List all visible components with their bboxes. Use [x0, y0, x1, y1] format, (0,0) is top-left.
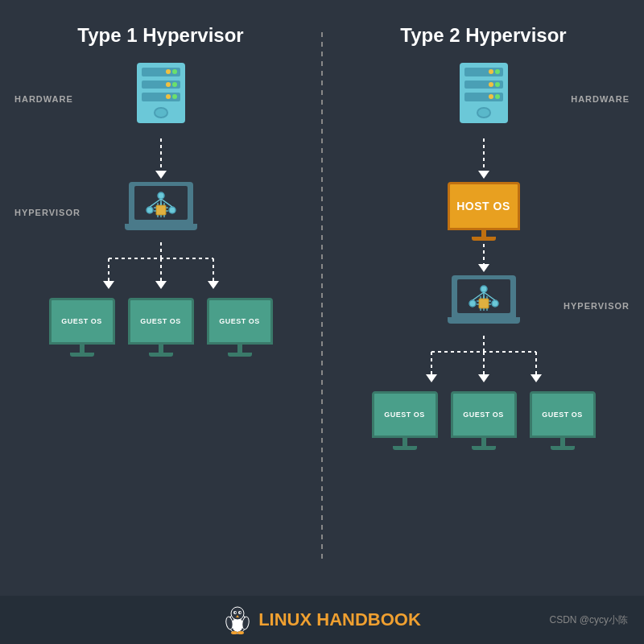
col2-guest-os-3: GUEST OS: [526, 391, 599, 456]
col2-branch-arrows: [395, 336, 572, 388]
col2-hypervisor-icon: [448, 275, 520, 336]
col1-arrow1: [155, 138, 167, 179]
col2-server-icon: [456, 63, 512, 135]
svg-marker-25: [208, 281, 219, 289]
svg-point-27: [469, 300, 476, 307]
col2-guest-os-row: GUEST OS GUEST OS GUEST OS: [369, 391, 599, 456]
footer: LINUX HANDBOOK CSDN @cycy小陈: [0, 596, 644, 644]
svg-point-2: [169, 207, 175, 213]
columns-row: Type 1 Hypervisor HARDWARE: [0, 0, 644, 596]
svg-marker-23: [103, 281, 114, 289]
svg-point-56: [235, 612, 237, 613]
footer-brand-handbook: HANDBOOK: [316, 609, 421, 630]
col1-guest-os-3: GUEST OS: [204, 298, 276, 362]
svg-point-57: [240, 612, 242, 613]
col2-arrow1: [478, 138, 489, 179]
main-container: Type 1 Hypervisor HARDWARE: [0, 0, 644, 644]
footer-logo: LINUX HANDBOOK: [223, 605, 421, 634]
col1-hypervisor-icon: [125, 182, 197, 242]
svg-rect-32: [479, 299, 489, 308]
col2-host-os: HOST OS: [448, 182, 520, 241]
svg-point-53: [231, 607, 244, 620]
col1-hypervisor-row: HYPERVISOR: [8, 182, 313, 242]
col2-host-os-label: HOST OS: [456, 200, 510, 213]
svg-point-0: [158, 192, 164, 199]
svg-point-59: [231, 631, 237, 634]
col2-guest-os-2: GUEST OS: [448, 391, 520, 456]
col1-branch-arrows: [72, 242, 250, 295]
col1-guest-os-3-label: GUEST OS: [219, 317, 260, 325]
svg-marker-48: [426, 374, 437, 382]
svg-marker-50: [530, 374, 542, 382]
col2-hypervisor-row: HYPERVISOR: [331, 275, 636, 336]
col2-arrow2: [478, 244, 489, 272]
svg-point-60: [237, 631, 244, 634]
col2-guest-os-1: GUEST OS: [369, 391, 441, 456]
col1-title: Type 1 Hypervisor: [77, 24, 243, 47]
col2-guest-os-3-label: GUEST OS: [542, 411, 583, 419]
col1-guest-os-1: GUEST OS: [46, 298, 118, 362]
col1-hardware-row: HARDWARE: [8, 63, 313, 135]
col1-guest-os-2-label: GUEST OS: [140, 317, 181, 325]
svg-rect-7: [156, 205, 166, 215]
svg-marker-49: [478, 374, 489, 382]
column-type2: Type 2 Hypervisor HARDWARE: [323, 0, 644, 596]
col1-hardware-label: HARDWARE: [14, 94, 73, 104]
col2-guest-os-2-label: GUEST OS: [463, 411, 504, 419]
col1-guest-os-1-label: GUEST OS: [61, 317, 102, 325]
col2-guest-os-1-label: GUEST OS: [384, 411, 425, 419]
col2-hardware-row: HARDWARE: [331, 63, 636, 135]
svg-marker-24: [155, 281, 167, 289]
col2-hardware-label: HARDWARE: [571, 94, 630, 104]
col1-hypervisor-label: HYPERVISOR: [14, 208, 80, 217]
col1-guest-os-row: GUEST OS GUEST OS GUEST OS: [46, 298, 276, 362]
svg-point-26: [481, 286, 487, 292]
column-type1: Type 1 Hypervisor HARDWARE: [0, 0, 321, 596]
footer-credit: CSDN @cycy小陈: [549, 613, 628, 627]
col2-title: Type 2 Hypervisor: [400, 24, 566, 47]
footer-brand-linux: LINUX: [258, 609, 312, 630]
penguin-icon: [223, 605, 252, 634]
svg-point-28: [492, 300, 498, 307]
col1-server-icon: [133, 63, 189, 135]
col1-guest-os-2: GUEST OS: [125, 298, 197, 362]
svg-point-1: [147, 207, 153, 213]
footer-brand: LINUX HANDBOOK: [258, 609, 421, 630]
col2-hypervisor-label: HYPERVISOR: [564, 301, 630, 311]
